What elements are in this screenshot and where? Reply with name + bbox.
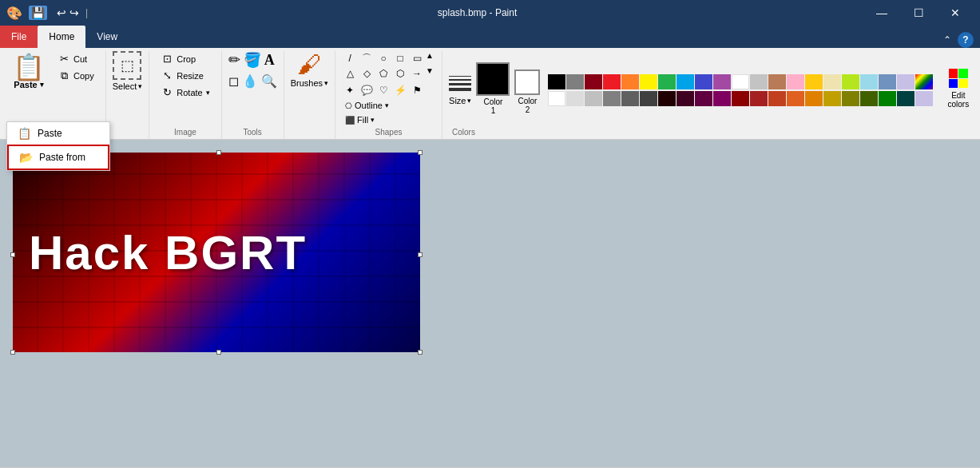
pencil-icon[interactable]: ✏ [228,51,240,69]
color2-swatch[interactable] [514,69,540,95]
handle-top-right[interactable] [418,150,423,155]
color-green[interactable] [658,74,676,89]
resize-button[interactable]: ⤡ Resize [156,68,214,83]
size-arrow[interactable]: ▾ [467,97,471,105]
color2-burnt[interactable] [768,91,786,106]
color2-purple2[interactable] [713,91,731,106]
shape-rect2[interactable]: ▭ [409,51,425,65]
shape-hex[interactable]: ⬡ [392,66,408,81]
shape-tri[interactable]: △ [342,66,358,81]
crop-button[interactable]: ⊡ Crop [156,51,214,66]
tab-view[interactable]: View [85,26,129,48]
brush-icon[interactable]: 🖌 [297,51,321,78]
color2-verydark[interactable] [640,91,657,106]
color-steelblue[interactable] [879,74,896,89]
color2-white[interactable] [548,91,565,106]
color-red[interactable] [603,74,621,89]
shape-diamond[interactable]: ◇ [359,66,375,81]
tab-file[interactable]: File [0,26,38,48]
magnify-icon[interactable]: 🔍 [261,73,277,89]
color-purple[interactable] [713,74,731,89]
shape-star[interactable]: ✦ [342,83,358,97]
color1-swatch[interactable] [476,62,510,96]
color2-teal[interactable] [897,91,915,106]
color2-amber[interactable] [805,91,823,106]
shape-heart[interactable]: ♡ [375,83,391,97]
color2-lavender2[interactable] [915,91,933,106]
color-black[interactable] [548,74,565,89]
color-white[interactable] [732,74,749,89]
color-cream[interactable] [823,74,841,89]
shape-curve[interactable]: ⌒ [359,51,375,65]
color2-olive[interactable] [823,91,841,106]
dropper-icon[interactable]: 💧 [242,73,258,89]
redo-icon[interactable]: ↪ [69,6,79,19]
select-label[interactable]: Select [113,81,137,91]
shape-line[interactable]: / [342,51,358,65]
color-blue[interactable] [695,74,712,89]
scroll-up[interactable]: ▲ [426,51,435,65]
color-darkred[interactable] [585,74,602,89]
dropdown-paste[interactable]: 📋 Paste [7,122,109,145]
color2-darkred2[interactable] [732,91,749,106]
fill-tool-icon[interactable]: 🪣 [244,51,261,69]
paste-dropdown-arrow[interactable]: ▾ [40,81,44,89]
color2-red2[interactable] [750,91,768,106]
color-yellow[interactable] [640,74,657,89]
shape-oval[interactable]: ○ [375,51,391,65]
handle-bot-mid[interactable] [216,350,221,355]
shape-pent[interactable]: ⬠ [375,66,391,81]
dropdown-paste-from[interactable]: 📂 Paste from [7,145,109,170]
color-brown[interactable] [768,74,786,89]
color2-forest[interactable] [860,91,878,106]
minimize-button[interactable]: — [863,0,900,26]
brushes-arrow[interactable]: ▾ [324,79,328,87]
scroll-down[interactable]: ▼ [426,66,435,81]
maximize-button[interactable]: ☐ [900,0,937,26]
text-icon[interactable]: A [264,52,275,69]
color-gray[interactable] [566,74,584,89]
color-lightgray[interactable] [750,74,768,89]
eraser-icon[interactable]: ◻ [228,73,239,89]
color-orange[interactable] [621,74,639,89]
color2-darkmaroon[interactable] [676,91,694,106]
handle-top-mid[interactable] [216,150,221,155]
help-button[interactable]: ? [958,32,974,48]
handle-mid-right[interactable] [418,252,423,257]
outline-button[interactable]: ⎔ Outline ▾ [342,99,392,112]
shape-lightning[interactable]: ⚡ [392,83,408,97]
color2-lightgray[interactable] [566,91,584,106]
cut-button[interactable]: ✂ Cut [53,51,99,66]
shape-rect[interactable]: □ [392,51,408,65]
select-arrow[interactable]: ▾ [138,82,142,90]
rotate-button[interactable]: ↻ Rotate ▾ [156,85,214,100]
color2-rustorange[interactable] [787,91,804,106]
copy-button[interactable]: ⧉ Copy [53,68,99,84]
color2-wine[interactable] [695,91,712,106]
fill-arrow[interactable]: ▾ [371,116,375,124]
shape-callout[interactable]: 💬 [359,83,375,97]
color2-darkgray[interactable] [621,91,639,106]
color-pink[interactable] [787,74,804,89]
color-gold[interactable] [805,74,823,89]
size-button[interactable]: Size ▾ [449,96,471,105]
handle-bot-right[interactable] [418,350,423,355]
rotate-arrow[interactable]: ▾ [206,89,210,97]
edit-colors-button[interactable]: Edit colors [941,65,975,112]
outline-arrow[interactable]: ▾ [385,101,389,109]
shape-arrow[interactable]: → [409,66,425,81]
close-button[interactable]: ✕ [937,0,974,26]
expand-ribbon-icon[interactable]: ⌃ [943,34,951,46]
color-lightblue[interactable] [676,74,694,89]
fill-button[interactable]: ⬛ Fill ▾ [342,113,392,126]
shape-flag[interactable]: ⚑ [409,83,425,97]
paste-button[interactable]: 📋 Paste ▾ [6,51,51,89]
undo-icon[interactable]: ↩ [57,6,66,19]
color-rainbow[interactable] [915,74,933,89]
color-skyblue[interactable] [860,74,878,89]
color-lime[interactable] [842,74,859,89]
color-lavender[interactable] [897,74,915,89]
canvas-image[interactable]: Hack BGRT [13,153,420,352]
color2-silver[interactable] [585,91,602,106]
handle-bot-left[interactable] [10,350,15,355]
